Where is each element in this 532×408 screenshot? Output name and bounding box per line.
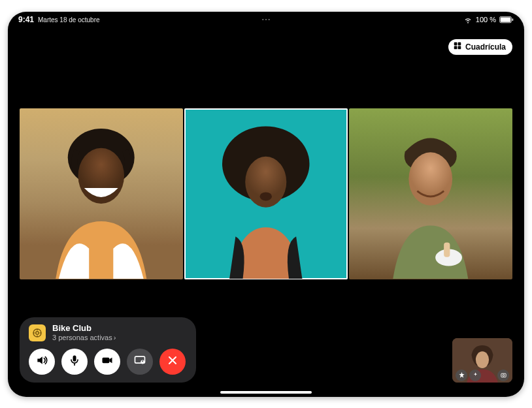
pip-overlay <box>452 371 512 383</box>
call-title: Bike Club <box>52 324 116 334</box>
mic-icon <box>68 354 81 369</box>
facetime-window: 9:41 Martes 18 de octubre ⋯ 100 % Cuadrí… <box>8 12 524 397</box>
svg-rect-6 <box>458 46 461 50</box>
pip-camera-flip-button[interactable] <box>497 369 509 381</box>
control-button-row <box>29 349 187 375</box>
star-icon <box>458 369 465 381</box>
call-info-text: Bike Club 3 personas activas › <box>52 324 116 342</box>
end-call-button[interactable] <box>159 349 186 375</box>
battery-icon <box>499 16 514 24</box>
svg-rect-14 <box>444 243 450 257</box>
grid-toggle-label: Cuadrícula <box>465 42 506 52</box>
pip-reaction-button[interactable] <box>469 369 481 381</box>
mic-button[interactable] <box>61 349 88 375</box>
video-tile-2[interactable] <box>184 108 348 279</box>
call-controls-card: Bike Club 3 personas activas › <box>20 317 196 383</box>
participant-video <box>20 108 183 279</box>
svg-rect-24 <box>501 373 505 377</box>
chevron-right-icon: › <box>114 334 116 342</box>
svg-rect-18 <box>103 357 110 362</box>
group-avatar <box>29 324 46 341</box>
svg-point-21 <box>142 360 143 362</box>
svg-rect-4 <box>458 42 461 46</box>
grid-toggle-button[interactable]: Cuadrícula <box>448 39 512 55</box>
call-subtitle-text: 3 personas activas <box>52 334 112 342</box>
participant-video <box>349 108 512 279</box>
multitasking-indicator[interactable]: ⋯ <box>261 14 271 25</box>
shareplay-button[interactable] <box>127 349 153 375</box>
status-date: Martes 18 de octubre <box>38 16 100 24</box>
self-view-pip[interactable] <box>452 338 512 383</box>
call-subtitle: 3 personas activas › <box>52 334 116 342</box>
svg-point-16 <box>36 331 39 334</box>
status-left: 9:41 Martes 18 de octubre <box>18 15 100 24</box>
camera-button[interactable] <box>94 349 120 375</box>
svg-rect-2 <box>512 18 514 21</box>
status-bar: 9:41 Martes 18 de octubre ⋯ 100 % <box>8 12 524 26</box>
svg-point-23 <box>476 351 489 368</box>
camera-icon <box>101 354 114 369</box>
sparkle-icon <box>472 369 479 381</box>
shareplay-icon <box>133 354 146 369</box>
battery-percent: 100 % <box>476 16 496 24</box>
home-indicator[interactable] <box>220 391 312 394</box>
pip-effects-button[interactable] <box>456 369 467 381</box>
grid-icon <box>453 41 462 52</box>
status-right: 100 % <box>463 15 514 24</box>
svg-rect-17 <box>73 355 76 361</box>
close-icon <box>166 354 179 369</box>
speaker-button[interactable] <box>29 349 55 375</box>
svg-point-12 <box>409 153 453 206</box>
svg-point-11 <box>260 193 273 201</box>
camera-flip-icon <box>500 369 507 381</box>
status-time: 9:41 <box>18 15 34 24</box>
svg-rect-3 <box>454 42 457 46</box>
svg-point-25 <box>503 375 505 377</box>
participant-video <box>184 108 348 279</box>
video-tile-3[interactable] <box>349 108 512 279</box>
speaker-icon <box>35 354 48 369</box>
call-info-row[interactable]: Bike Club 3 personas activas › <box>29 324 187 342</box>
video-tiles-row <box>20 108 512 279</box>
wifi-icon <box>463 15 473 24</box>
video-tile-1[interactable] <box>20 108 183 279</box>
svg-rect-1 <box>501 17 511 22</box>
svg-rect-5 <box>454 46 457 50</box>
